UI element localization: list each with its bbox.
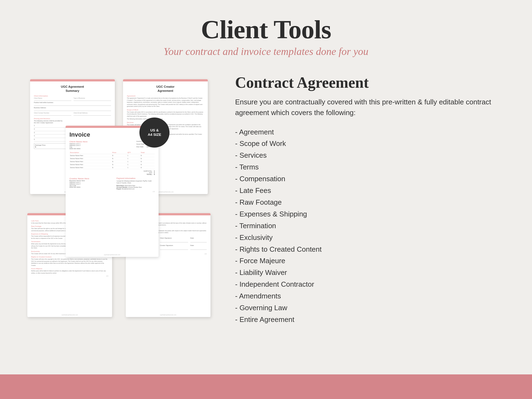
table-row: Service Name Here$1$ — [69, 160, 155, 163]
doc-invoice: Invoice Client Name Here Address Line 1 … — [66, 126, 159, 257]
table-row: Service Name Here$1$ — [69, 166, 155, 169]
ugc-summary-title: UGC AgreementSummary — [34, 85, 111, 93]
type-business-label: Type of Business — [74, 97, 111, 99]
client-name-label: Client Name — [34, 97, 71, 99]
page3-footer: sophie@sophiewoods.com — [126, 314, 211, 316]
client-info-label: Client Information — [34, 95, 111, 97]
list-item: - Expenses & Shipping — [235, 208, 510, 220]
table-row: Service Name Here$1$ — [69, 157, 155, 160]
list-item: - Raw Footage — [235, 196, 510, 208]
email-label: Client Email Address: — [74, 112, 111, 114]
main-content: UGC AgreementSummary Client Information … — [0, 63, 532, 399]
invoice-footer: sophie@sophiewoods.com — [66, 254, 159, 256]
list-item: - Independent Contractor — [235, 278, 510, 290]
address-label: Business Address: — [34, 107, 111, 109]
list-item: - Exclusivity — [235, 232, 510, 243]
list-item: - Terms — [235, 161, 510, 173]
table-row: Service Name Here$1$ — [69, 163, 155, 166]
scope-label: Scope of Work — [127, 109, 204, 111]
list-item: - Compensation — [235, 173, 510, 185]
list-item: - Force Majeure — [235, 255, 510, 267]
page-title: Client Tools — [0, 15, 532, 44]
contract-list: - Agreement - Scope of Work - Services -… — [235, 126, 510, 325]
list-item: - Rights to Created Content — [235, 243, 510, 255]
creator-name: Creator Name Here — [69, 177, 89, 180]
list-item: - Services — [235, 149, 510, 161]
pricing-label: Pricing and Services — [34, 118, 111, 119]
agreement-label: Agreement — [127, 95, 204, 97]
invoice-zip: 0000 000 0000 — [69, 148, 87, 149]
invoice-client-name: Client Name Here — [69, 140, 87, 143]
list-item: - Agreement — [235, 126, 510, 138]
list-item: - Termination — [235, 220, 510, 232]
position-label: Position held within business: — [34, 102, 111, 104]
contract-title: Contract Agreement — [235, 74, 510, 91]
page-subtitle: Your contract and invoice templates done… — [0, 45, 532, 57]
size-badge: US &A4 SIZE — [139, 118, 169, 148]
list-item: - Scope of Work — [235, 138, 510, 149]
badge-text: US &A4 SIZE — [148, 128, 161, 137]
pricing-text: The following services shall be provided… — [34, 120, 111, 124]
page2-footer: sophie@sophiewoods.com — [27, 314, 112, 316]
contract-info: Contract Agreement Ensure you are contra… — [235, 71, 510, 399]
contract-description: Ensure you are contractually covered wit… — [235, 97, 510, 118]
contact-label: Client Contact Number: — [34, 112, 71, 114]
list-item: - Entire Agreement — [235, 314, 510, 325]
documents-area: UGC AgreementSummary Client Information … — [22, 71, 219, 331]
list-item: - Late Fees — [235, 185, 510, 196]
bottom-bar — [0, 374, 532, 399]
header: Client Tools Your contract and invoice t… — [0, 0, 532, 63]
table-row: Service Name Here$1$ — [69, 154, 155, 157]
list-item: - Amendments — [235, 290, 510, 302]
ugc-creator-title: UGC CreatorAgreement — [127, 85, 204, 93]
list-item: - Governing Law — [235, 302, 510, 314]
invoice-table: Description Price QTY Total Service Name… — [69, 151, 155, 169]
list-item: - Liability Waiver — [235, 267, 510, 278]
